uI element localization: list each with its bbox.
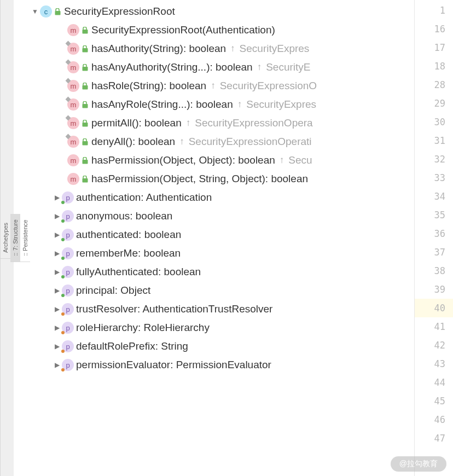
property-icon: p bbox=[62, 266, 74, 278]
line-number[interactable]: 30 bbox=[415, 113, 453, 131]
lock-icon bbox=[82, 45, 88, 53]
line-number[interactable]: 46 bbox=[415, 410, 453, 429]
tree-node-property[interactable]: ▶ptrustResolver: AuthenticationTrustReso… bbox=[14, 300, 414, 318]
line-number[interactable]: 36 bbox=[415, 224, 453, 243]
line-number[interactable]: 34 bbox=[415, 187, 453, 206]
expand-toggle-icon[interactable]: ▶ bbox=[52, 231, 62, 239]
svg-rect-0 bbox=[55, 11, 60, 15]
tree-node-property[interactable]: ▶pauthenticated: boolean bbox=[14, 225, 414, 244]
structure-tree[interactable]: ▼cSecurityExpressionRootmSecurityExpress… bbox=[14, 0, 414, 476]
tree-node-method[interactable]: mhasAuthority(String): boolean↑SecurityE… bbox=[14, 39, 414, 58]
tree-node-method[interactable]: mdenyAll(): boolean↑SecurityExpressionOp… bbox=[14, 132, 414, 151]
method-icon: m bbox=[67, 173, 79, 185]
svg-rect-1 bbox=[82, 30, 88, 34]
class-icon: c bbox=[40, 5, 52, 18]
override-up-icon: ↑ bbox=[211, 80, 216, 91]
expand-toggle-icon[interactable]: ▶ bbox=[52, 324, 62, 332]
svg-rect-3 bbox=[82, 67, 88, 71]
line-number[interactable]: 47 bbox=[415, 429, 453, 448]
line-number[interactable]: 41 bbox=[415, 317, 453, 336]
expand-toggle-icon[interactable]: ▶ bbox=[52, 268, 62, 276]
lock-icon bbox=[82, 63, 88, 71]
method-icon: m bbox=[67, 154, 79, 166]
line-number[interactable]: 31 bbox=[415, 131, 453, 150]
method-icon: m bbox=[67, 61, 79, 73]
expand-toggle-icon[interactable]: ▶ bbox=[52, 249, 62, 257]
tree-node-property[interactable]: ▶proleHierarchy: RoleHierarchy bbox=[14, 318, 414, 337]
lock-icon bbox=[82, 101, 88, 108]
origin-label: SecurityE bbox=[266, 61, 310, 73]
override-up-icon: ↑ bbox=[186, 118, 191, 129]
method-icon: m bbox=[67, 80, 79, 92]
node-label: authenticated: boolean bbox=[76, 229, 181, 241]
lock-icon bbox=[82, 82, 88, 90]
node-label: fullyAuthenticated: boolean bbox=[76, 266, 201, 278]
line-number[interactable]: 43 bbox=[415, 355, 453, 373]
tree-node-method[interactable]: mpermitAll(): boolean↑SecurityExpression… bbox=[14, 114, 414, 132]
expand-toggle-icon[interactable]: ▶ bbox=[52, 343, 62, 350]
node-label: denyAll(): boolean bbox=[91, 136, 175, 148]
expand-toggle-icon[interactable]: ▶ bbox=[52, 361, 62, 369]
method-icon: m bbox=[67, 24, 79, 36]
line-number[interactable]: 44 bbox=[415, 373, 453, 392]
line-number[interactable]: 38 bbox=[415, 262, 453, 280]
line-number[interactable]: 28 bbox=[415, 76, 453, 94]
tree-node-property[interactable]: ▶pdefaultRolePrefix: String bbox=[14, 337, 414, 356]
property-icon: p bbox=[62, 340, 74, 352]
property-icon: p bbox=[62, 229, 74, 241]
lock-icon bbox=[82, 175, 88, 183]
line-number[interactable]: 18 bbox=[415, 57, 453, 76]
sidebar-tab-archetypes[interactable]: Archetypes bbox=[1, 217, 10, 259]
line-number[interactable]: 32 bbox=[415, 150, 453, 169]
svg-rect-2 bbox=[82, 48, 88, 53]
tree-node-method[interactable]: mSecurityExpressionRoot(Authentication) bbox=[14, 21, 414, 39]
line-number[interactable]: 33 bbox=[415, 169, 453, 187]
tree-node-property[interactable]: ▶pprincipal: Object bbox=[14, 281, 414, 300]
tree-node-property[interactable]: ▶panonymous: boolean bbox=[14, 207, 414, 225]
tree-node-property[interactable]: ▶prememberMe: boolean bbox=[14, 244, 414, 263]
node-label: principal: Object bbox=[76, 285, 150, 297]
expand-toggle-icon[interactable]: ▶ bbox=[52, 212, 62, 220]
override-up-icon: ↑ bbox=[230, 43, 235, 54]
origin-label: Secu bbox=[288, 154, 312, 166]
svg-rect-7 bbox=[82, 141, 88, 146]
tree-node-method[interactable]: mhasPermission(Object, String, Object): … bbox=[14, 170, 414, 188]
line-number[interactable]: 16 bbox=[415, 20, 453, 38]
tree-node-method[interactable]: mhasAnyAuthority(String...): boolean↑Sec… bbox=[14, 58, 414, 77]
property-icon: p bbox=[62, 285, 74, 297]
line-number[interactable]: 1 bbox=[415, 1, 453, 20]
node-label: defaultRolePrefix: String bbox=[76, 340, 188, 352]
structure-panel: ▼cSecurityExpressionRootmSecurityExpress… bbox=[14, 0, 453, 476]
expand-toggle-icon[interactable]: ▶ bbox=[52, 287, 62, 294]
tree-node-property[interactable]: ▶pfullyAuthenticated: boolean bbox=[14, 263, 414, 281]
lock-icon bbox=[82, 138, 88, 146]
override-up-icon: ↑ bbox=[237, 99, 242, 110]
tree-node-method[interactable]: mhasPermission(Object, Object): boolean↑… bbox=[14, 151, 414, 170]
line-number[interactable]: 45 bbox=[415, 392, 453, 410]
line-number[interactable]: 37 bbox=[415, 243, 453, 262]
tree-node-class[interactable]: ▼cSecurityExpressionRoot bbox=[14, 2, 414, 21]
line-number[interactable]: 39 bbox=[415, 280, 453, 299]
line-number[interactable]: 40 bbox=[415, 299, 453, 317]
lock-icon bbox=[54, 8, 61, 15]
line-number[interactable]: 35 bbox=[415, 206, 453, 224]
node-label: SecurityExpressionRoot bbox=[64, 5, 175, 18]
expand-toggle-icon[interactable]: ▼ bbox=[30, 8, 40, 15]
method-icon: m bbox=[67, 117, 79, 129]
expand-toggle-icon[interactable]: ▶ bbox=[52, 194, 62, 201]
tree-node-method[interactable]: mhasRole(String): boolean↑SecurityExpres… bbox=[14, 77, 414, 95]
line-number[interactable]: 17 bbox=[415, 38, 453, 57]
property-icon: p bbox=[62, 210, 74, 222]
line-number[interactable]: 29 bbox=[415, 94, 453, 113]
svg-rect-8 bbox=[82, 160, 88, 164]
tree-node-method[interactable]: mhasAnyRole(String...): boolean↑Security… bbox=[14, 95, 414, 114]
property-icon: p bbox=[62, 322, 74, 334]
node-label: permissionEvaluator: PermissionEvaluator bbox=[76, 359, 271, 371]
tree-node-property[interactable]: ▶pauthentication: Authentication bbox=[14, 188, 414, 207]
lock-icon bbox=[82, 156, 88, 164]
tree-node-property[interactable]: ▶ppermissionEvaluator: PermissionEvaluat… bbox=[14, 356, 414, 374]
expand-toggle-icon[interactable]: ▶ bbox=[52, 305, 62, 313]
svg-rect-6 bbox=[82, 123, 88, 127]
svg-rect-5 bbox=[82, 104, 88, 108]
line-number[interactable]: 42 bbox=[415, 336, 453, 355]
